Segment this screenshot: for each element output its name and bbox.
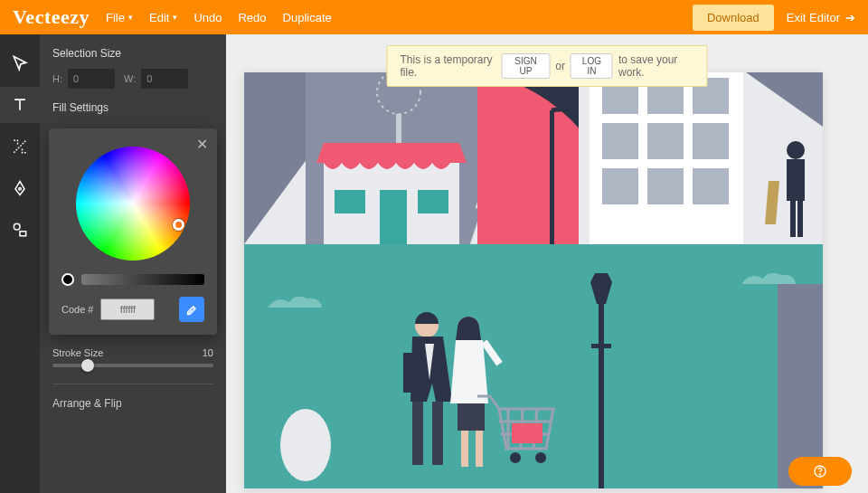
svg-rect-48 xyxy=(461,431,468,467)
svg-rect-6 xyxy=(380,190,407,244)
svg-point-1 xyxy=(14,223,20,230)
slider-handle[interactable] xyxy=(81,359,94,372)
height-label: H: xyxy=(52,73,62,84)
svg-rect-8 xyxy=(418,190,448,213)
svg-rect-23 xyxy=(647,123,684,159)
svg-point-56 xyxy=(510,452,521,463)
fill-settings-label: Fill Settings xyxy=(52,101,213,114)
color-wheel-handle[interactable] xyxy=(173,219,184,231)
tool-select[interactable] xyxy=(0,45,40,81)
download-button[interactable]: Download xyxy=(693,5,774,31)
tool-strip xyxy=(0,34,40,493)
svg-rect-25 xyxy=(602,168,638,204)
svg-rect-22 xyxy=(602,123,638,159)
svg-rect-33 xyxy=(797,201,803,237)
close-icon[interactable]: ✕ xyxy=(196,136,208,153)
svg-rect-31 xyxy=(787,159,805,201)
menu-undo[interactable]: Undo xyxy=(193,11,222,24)
stroke-size-value: 10 xyxy=(203,347,213,358)
exit-editor-button[interactable]: Exit Editor➔ xyxy=(787,11,855,24)
top-bar: Vecteezy File▾ Edit▾ Undo Redo Duplicate… xyxy=(0,0,868,34)
svg-rect-45 xyxy=(403,353,412,393)
svg-rect-15 xyxy=(550,110,554,244)
menu-edit[interactable]: Edit▾ xyxy=(149,11,177,24)
logo: Vecteezy xyxy=(13,5,90,29)
svg-point-36 xyxy=(280,409,331,481)
width-label: W: xyxy=(124,73,136,84)
svg-rect-27 xyxy=(693,168,729,204)
svg-rect-58 xyxy=(512,423,542,443)
svg-rect-32 xyxy=(790,201,796,237)
temp-file-notice: This is a temporary file. SIGN UP or LOG… xyxy=(387,45,708,87)
eyedropper-icon xyxy=(185,303,199,317)
stroke-size-label: Stroke Size xyxy=(52,347,103,358)
artwork-canvas[interactable] xyxy=(244,72,823,488)
height-input[interactable] xyxy=(68,69,115,89)
svg-rect-35 xyxy=(244,244,823,488)
svg-rect-26 xyxy=(647,168,684,204)
properties-panel: Selection Size H: W: Fill Settings ✕ Cod… xyxy=(40,34,226,493)
width-input[interactable] xyxy=(141,69,188,89)
divider xyxy=(52,384,213,384)
svg-rect-40 xyxy=(591,344,611,348)
help-button[interactable] xyxy=(788,457,852,486)
signup-button[interactable]: SIGN UP xyxy=(502,53,550,79)
chevron-down-icon: ▾ xyxy=(173,13,177,22)
canvas-area: This is a temporary file. SIGN UP or LOG… xyxy=(226,34,868,493)
color-code-input[interactable] xyxy=(100,299,155,320)
svg-rect-37 xyxy=(599,299,604,488)
arrow-right-icon: ➔ xyxy=(845,11,855,24)
svg-rect-24 xyxy=(693,123,729,159)
selection-size-label: Selection Size xyxy=(52,47,213,60)
chevron-down-icon: ▾ xyxy=(128,13,133,22)
svg-point-0 xyxy=(19,188,22,191)
svg-rect-43 xyxy=(412,402,423,465)
brightness-swatch xyxy=(61,273,74,286)
svg-point-30 xyxy=(787,141,805,159)
color-wheel[interactable] xyxy=(76,147,190,261)
svg-rect-44 xyxy=(432,402,443,465)
svg-rect-47 xyxy=(458,403,485,431)
fill-settings-popover: ✕ Code # xyxy=(49,128,217,335)
eyedropper-button[interactable] xyxy=(179,297,204,322)
main-menu: File▾ Edit▾ Undo Redo Duplicate xyxy=(106,11,332,24)
svg-rect-49 xyxy=(476,431,483,467)
color-code-label: Code # xyxy=(61,304,93,315)
tool-text[interactable] xyxy=(0,87,40,123)
stroke-size-slider[interactable] xyxy=(52,364,213,367)
help-icon xyxy=(813,464,827,479)
tool-scale[interactable] xyxy=(0,128,40,165)
menu-file[interactable]: File▾ xyxy=(106,11,133,24)
arrange-flip-label: Arrange & Flip xyxy=(40,397,226,410)
tool-shapes[interactable] xyxy=(0,212,40,248)
menu-duplicate[interactable]: Duplicate xyxy=(283,11,332,24)
menu-redo[interactable]: Redo xyxy=(238,11,266,24)
tool-pen[interactable] xyxy=(0,170,40,206)
svg-point-61 xyxy=(819,474,820,475)
svg-rect-7 xyxy=(335,190,365,213)
svg-point-57 xyxy=(535,452,546,463)
brightness-slider[interactable] xyxy=(81,274,204,285)
login-button[interactable]: LOG IN xyxy=(571,53,613,79)
